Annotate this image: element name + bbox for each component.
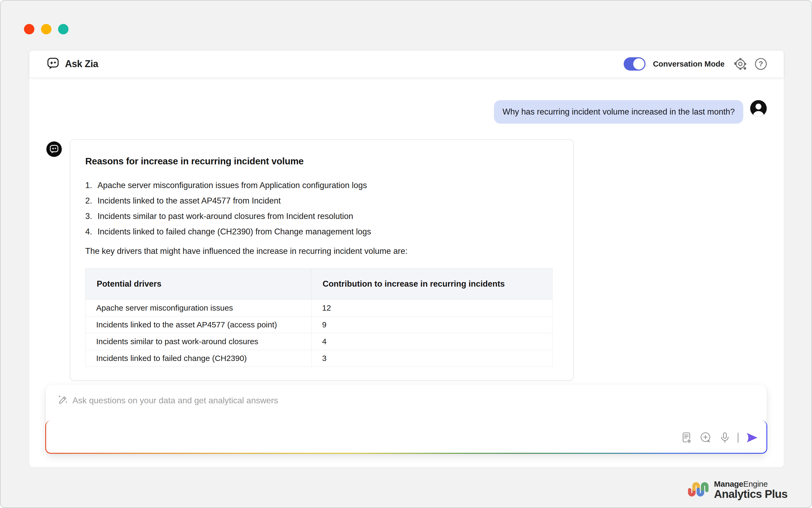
table-header-cell: Contribution to increase in recurring in…: [311, 268, 553, 300]
value-cell: 3: [311, 350, 553, 367]
main-panel: Ask Zia Conversation Mode: [29, 51, 784, 467]
header-left: Ask Zia: [47, 57, 98, 71]
composer-editor-area[interactable]: [46, 421, 766, 453]
table-row: Apache server misconfiguration issues 12: [86, 300, 553, 316]
value-cell: 9: [311, 316, 553, 333]
list-item-text: Incidents linked to the asset AP4577 fro…: [97, 193, 281, 209]
bot-message-row: Reasons for increase in recurring incide…: [46, 139, 574, 381]
brand-footer: ManageEngine Analytics Plus: [687, 480, 787, 500]
list-item-number: 1.: [85, 178, 97, 193]
list-item: 2.Incidents linked to the asset AP4577 f…: [85, 193, 558, 209]
header-right: Conversation Mode: [624, 57, 767, 71]
close-window-button[interactable]: [24, 24, 34, 34]
table-row: Incidents linked to the asset AP4577 (ac…: [86, 316, 553, 333]
table-header-cell: Potential drivers: [86, 268, 311, 300]
answer-title: Reasons for increase in recurring incide…: [85, 156, 558, 167]
list-item-text: Incidents similar to past work-around cl…: [97, 209, 353, 224]
app-window: Ask Zia Conversation Mode: [0, 0, 812, 508]
bot-avatar: [46, 141, 62, 157]
list-item-text: Incidents linked to failed change (CH239…: [97, 224, 371, 240]
list-item-number: 4.: [85, 224, 97, 240]
reason-list: 1.Apache server misconfiguration issues …: [85, 178, 558, 240]
composer-input-row: [57, 395, 644, 406]
toolbar-divider: [738, 433, 738, 443]
user-message-bubble: Why has recurring incident volume increa…: [494, 100, 743, 124]
new-chat-icon[interactable]: [699, 431, 712, 444]
manageengine-logo-icon: [687, 480, 709, 500]
page-title: Ask Zia: [65, 58, 98, 70]
answer-paragraph: The key drivers that might have influenc…: [85, 245, 558, 257]
brand-manage: Manage: [714, 479, 743, 488]
driver-cell: Incidents similar to past work-around cl…: [86, 333, 311, 350]
table-row: Incidents linked to failed change (CH239…: [86, 350, 553, 367]
compose-wand-icon: [57, 395, 68, 406]
composer-toolbar: [681, 431, 758, 444]
header: Ask Zia Conversation Mode: [29, 51, 784, 77]
user-message-row: Why has recurring incident volume increa…: [494, 100, 767, 124]
question-input[interactable]: [73, 395, 605, 406]
user-avatar: [750, 100, 767, 117]
list-item: 4.Incidents linked to failed change (CH2…: [85, 224, 558, 240]
brand-engine: Engine: [743, 479, 768, 488]
list-item: 3.Incidents similar to past work-around …: [85, 209, 558, 224]
composer: [46, 385, 767, 454]
minimize-window-button[interactable]: [41, 24, 51, 34]
list-item-number: 3.: [85, 209, 97, 224]
value-cell: 12: [311, 300, 553, 316]
driver-cell: Incidents linked to the asset AP4577 (ac…: [86, 316, 311, 333]
list-item-text: Apache server misconfiguration issues fr…: [97, 178, 367, 193]
value-cell: 4: [311, 333, 553, 350]
brand-name-top: ManageEngine: [714, 480, 787, 488]
maximize-window-button[interactable]: [58, 24, 69, 34]
mic-icon[interactable]: [719, 432, 731, 443]
conversation-mode-label: Conversation Mode: [653, 60, 725, 69]
drivers-table: Potential drivers Contribution to increa…: [85, 268, 553, 367]
bot-answer-card: Reasons for increase in recurring incide…: [70, 139, 574, 381]
svg-text:?: ?: [759, 60, 763, 68]
doc-summary-icon[interactable]: [681, 432, 692, 443]
brand-name-bottom: Analytics Plus: [714, 489, 787, 500]
toggle-knob: [633, 58, 644, 70]
table-row: Incidents similar to past work-around cl…: [86, 333, 553, 350]
brand-text: ManageEngine Analytics Plus: [714, 480, 787, 500]
conversation-mode-toggle[interactable]: [624, 57, 645, 71]
send-icon[interactable]: [745, 431, 758, 444]
gear-icon[interactable]: [734, 57, 747, 71]
help-icon[interactable]: ?: [755, 57, 767, 70]
window-controls: [24, 24, 69, 34]
driver-cell: Apache server misconfiguration issues: [86, 300, 311, 316]
composer-editor-frame: [45, 421, 767, 454]
table-header-row: Potential drivers Contribution to increa…: [86, 268, 553, 300]
list-item-number: 2.: [85, 193, 97, 209]
zia-chat-logo-icon: [47, 57, 59, 71]
driver-cell: Incidents linked to failed change (CH239…: [86, 350, 311, 367]
list-item: 1.Apache server misconfiguration issues …: [85, 178, 558, 193]
